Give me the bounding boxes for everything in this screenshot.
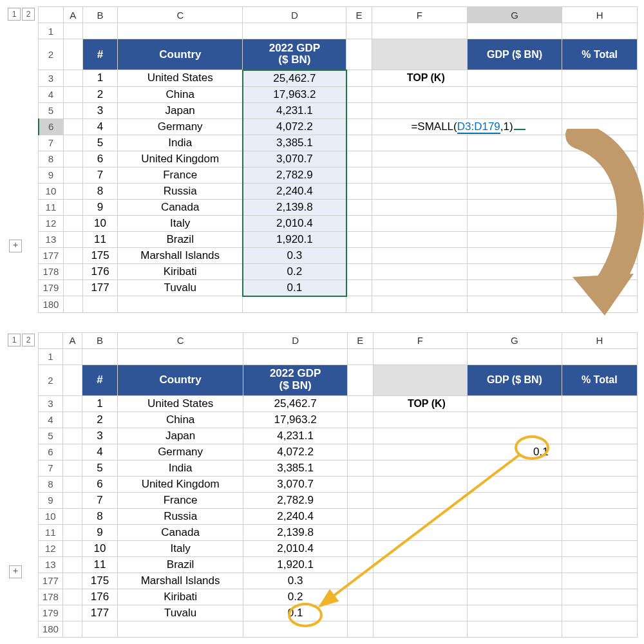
col-header-F[interactable]: F [372,7,467,23]
cell[interactable]: 2,139.8 [243,199,346,215]
outline-level-2[interactable]: 2 [22,334,35,346]
select-all-corner[interactable] [39,7,64,23]
cell[interactable]: Russia [117,508,243,524]
cell[interactable]: 177 [82,605,118,621]
col-header-B[interactable]: B [82,7,118,23]
cell[interactable]: 2,139.8 [243,524,348,540]
cell[interactable]: 5 [82,135,118,151]
cell[interactable]: 2,240.4 [243,508,348,524]
cell[interactable]: Marshall Islands [117,573,243,589]
cell[interactable]: 175 [82,573,118,589]
cell[interactable]: United Kingdom [118,151,243,167]
cell[interactable]: 0.2 [243,263,346,279]
row-header[interactable]: 179 [38,605,62,621]
cell[interactable]: 25,462.7 [243,70,346,87]
cell[interactable]: Japan [117,428,243,444]
cell[interactable]: United Kingdom [117,476,243,492]
cell[interactable]: India [118,135,243,151]
cell[interactable]: 176 [82,263,118,279]
cell[interactable]: Tuvalu [117,605,243,621]
row-header[interactable]: 2 [39,39,64,70]
col-header-D[interactable]: D [243,7,346,23]
row-header[interactable]: 13 [39,231,64,247]
cell[interactable]: 11 [82,231,118,247]
col-header-C[interactable]: C [117,332,243,348]
outline-level-1[interactable]: 1 [8,334,21,346]
cell[interactable]: 9 [82,199,118,215]
cell[interactable]: 8 [82,183,118,199]
row-header[interactable]: 6 [39,118,64,135]
cell[interactable]: 7 [82,492,118,508]
cell[interactable]: 0.2 [243,589,348,605]
outline-expand-button[interactable]: + [9,565,22,578]
row-header[interactable]: 8 [38,476,62,492]
cell[interactable]: China [117,412,243,428]
row-header[interactable]: 178 [39,263,64,279]
row-header[interactable]: 178 [38,589,62,605]
cell[interactable]: 175 [82,247,118,263]
row-header[interactable]: 10 [39,183,64,199]
cell[interactable]: France [117,492,243,508]
row-header[interactable]: 4 [39,86,64,102]
cell-topk[interactable]: TOP (K) [372,70,467,87]
cell[interactable]: 4,231.1 [243,428,348,444]
cell[interactable]: Canada [118,199,243,215]
cell[interactable]: Russia [118,183,243,199]
cell[interactable]: Kiribati [117,589,243,605]
cell[interactable]: 2 [82,412,118,428]
cell[interactable]: 3,385.1 [243,460,348,476]
row-header[interactable]: 5 [38,428,62,444]
cell[interactable]: 177 [82,279,118,296]
select-all-corner[interactable] [38,332,62,348]
cell[interactable]: 2,240.4 [243,183,346,199]
col-header-B[interactable]: B [82,332,118,348]
cell[interactable]: 0.3 [243,573,348,589]
row-header[interactable]: 6 [38,444,62,460]
row-header[interactable]: 2 [38,365,62,395]
cell[interactable]: 17,963.2 [243,86,346,102]
col-header-G[interactable]: G [467,7,562,23]
col-header-H[interactable]: H [562,332,637,348]
row-header[interactable]: 3 [38,395,62,412]
row-header[interactable]: 7 [38,460,62,476]
cell[interactable]: 3 [82,102,118,118]
cell-topk[interactable]: TOP (K) [373,395,468,412]
row-header[interactable]: 5 [39,102,64,118]
row-header[interactable]: 11 [38,524,62,540]
col-header-F[interactable]: F [373,332,468,348]
row-header[interactable]: 180 [39,296,64,313]
result-cell[interactable]: 0.1 [468,444,562,460]
cell[interactable]: Tuvalu [118,279,243,296]
row-header[interactable]: 1 [39,23,64,39]
row-header[interactable]: 9 [39,167,64,183]
cell[interactable]: 7 [82,167,118,183]
cell[interactable]: 6 [82,151,118,167]
formula-cell[interactable]: =SMALL(D3:D179,1) [372,118,562,135]
col-header-D[interactable]: D [243,332,348,348]
outline-level-1[interactable]: 1 [8,8,21,21]
row-header[interactable]: 12 [39,215,64,231]
row-header[interactable]: 177 [38,573,62,589]
col-header-E[interactable]: E [347,332,373,348]
cell[interactable]: 4 [82,118,118,135]
outline-expand-button[interactable]: + [9,240,22,252]
cell[interactable]: United States [118,70,243,87]
cell[interactable]: 1 [82,70,118,87]
cell[interactable]: 6 [82,476,118,492]
row-header[interactable]: 8 [39,151,64,167]
row-header[interactable]: 4 [38,412,62,428]
row-header[interactable]: 11 [39,199,64,215]
col-header-H[interactable]: H [562,7,638,23]
row-header[interactable]: 179 [39,279,64,296]
cell[interactable]: 0.3 [243,247,346,263]
cell[interactable]: 10 [82,540,118,556]
cell[interactable]: 3,070.7 [243,151,346,167]
cell[interactable]: 3,385.1 [243,135,346,151]
row-header[interactable]: 3 [39,70,64,87]
cell[interactable]: Kiribati [118,263,243,279]
col-header-C[interactable]: C [118,7,243,23]
col-header-G[interactable]: G [468,332,562,348]
row-header[interactable]: 12 [38,540,62,556]
cell[interactable]: Japan [118,102,243,118]
row-header[interactable]: 177 [39,247,64,263]
